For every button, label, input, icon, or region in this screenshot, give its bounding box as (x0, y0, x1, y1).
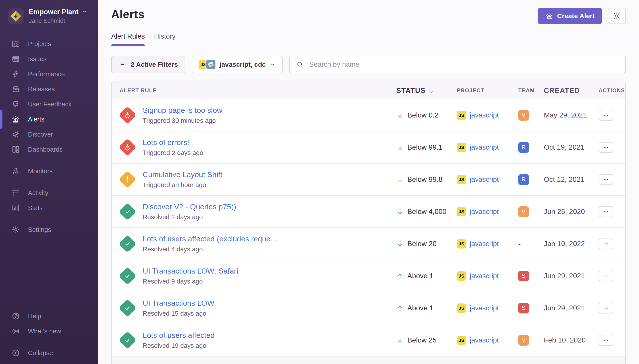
sidebar-item-discover[interactable]: Discover (0, 127, 98, 142)
alerts-icon (12, 115, 20, 124)
alert-rule-meta: Resolved 15 days ago (143, 310, 214, 317)
tab-history[interactable]: History (154, 32, 175, 46)
project-filter-label: javascript, cdc (219, 61, 266, 68)
user-feedback-icon (12, 100, 20, 108)
alert-rule-meta: Triggered 30 minutes ago (143, 117, 222, 124)
ellipsis-icon (603, 273, 609, 279)
flame-icon (123, 143, 132, 152)
alert-status-icon (118, 299, 136, 317)
row-actions-button[interactable] (599, 238, 613, 249)
sidebar-item-label: Collapse (28, 349, 53, 357)
sidebar-item-settings[interactable]: Settings (0, 222, 98, 237)
projects-icon (12, 40, 20, 48)
collapse-icon (12, 349, 20, 357)
alert-rule-link[interactable]: Discover V2 - Queries p75() (143, 202, 236, 211)
sidebar-item-releases[interactable]: Releases (0, 82, 98, 97)
issues-icon (12, 55, 20, 63)
alert-status-icon (118, 202, 136, 221)
sidebar-item-label: Discover (28, 131, 53, 138)
search-box (289, 56, 626, 73)
alert-rules-table: ALERT RULE STATUS PROJECT TEAM CREATED A… (111, 82, 626, 364)
org-switcher[interactable]: Empower Plant Jane Schmidt (8, 8, 98, 24)
settings-button[interactable] (608, 8, 626, 24)
check-icon (123, 207, 132, 216)
search-input[interactable] (309, 60, 619, 69)
org-logo (8, 8, 24, 24)
row-actions-button[interactable] (599, 335, 613, 346)
siren-icon (545, 12, 553, 20)
trend-arrow-icon (396, 272, 404, 280)
project-link[interactable]: javascript (470, 304, 499, 312)
sidebar-item-performance[interactable]: Performance (0, 66, 98, 82)
gear-icon (612, 12, 621, 20)
create-alert-label: Create Alert (557, 12, 595, 20)
sort-descending-icon (428, 88, 434, 93)
alert-rule-link[interactable]: Lots of errors! (143, 138, 203, 147)
created-date: May 29, 2021 (544, 111, 594, 119)
project-link[interactable]: javascript (470, 111, 499, 119)
sidebar-item-projects[interactable]: Projects (0, 36, 98, 52)
sidebar-item-monitors[interactable]: Monitors (0, 164, 98, 179)
team-avatar: R (518, 142, 529, 153)
active-filters-button[interactable]: 2 Active Filters (111, 56, 185, 73)
row-actions-button[interactable] (599, 174, 613, 185)
project-link[interactable]: javascript (470, 240, 499, 248)
team-avatar: V (518, 206, 529, 217)
row-actions-button[interactable] (599, 110, 613, 120)
tab-alert-rules[interactable]: Alert Rules (111, 32, 145, 46)
row-actions-button[interactable] (599, 142, 613, 153)
alert-rule-meta: Triggered an hour ago (143, 181, 222, 189)
project-link[interactable]: javascript (470, 176, 499, 184)
sidebar-item-activity[interactable]: Activity (0, 185, 98, 200)
alert-rule-link[interactable]: Cumulative Layout Shift (143, 170, 222, 179)
created-date: Jun 26, 2020 (544, 208, 594, 216)
activity-icon (12, 189, 20, 197)
created-date: Feb 10, 2020 (544, 336, 594, 344)
ellipsis-icon (603, 176, 609, 183)
alert-rule-link[interactable]: Signup page is too slow (143, 106, 222, 114)
sidebar-item-label: Projects (28, 40, 51, 48)
column-header-alert-rule: ALERT RULE (112, 87, 396, 94)
created-date: Oct 12, 2021 (544, 175, 594, 184)
org-name[interactable]: Empower Plant (29, 8, 79, 16)
sidebar-item-user-feedback[interactable]: User Feedback (0, 97, 98, 112)
trend-arrow-icon (396, 176, 404, 183)
team-avatar: V (518, 335, 529, 346)
sidebar-item-stats[interactable]: Stats (0, 200, 98, 216)
project-filter-dropdown[interactable]: JS javascript, cdc (192, 56, 282, 73)
sidebar-item-label: Alerts (28, 116, 44, 123)
trend-arrow-icon (396, 240, 404, 248)
javascript-platform-icon: JS (457, 239, 466, 248)
performance-icon (12, 70, 20, 78)
table-row: Lots of users affected Resolved 19 days … (112, 324, 625, 356)
sidebar-item-collapse[interactable]: Collapse (0, 346, 98, 360)
sidebar-item-help[interactable]: Help (0, 308, 98, 324)
javascript-platform-icon: JS (457, 175, 466, 184)
sidebar-item-dashboards[interactable]: Dashboards (0, 142, 98, 157)
create-alert-button[interactable]: Create Alert (538, 8, 602, 24)
project-link[interactable]: javascript (470, 272, 499, 280)
alert-rule-link[interactable]: Lots of users affected (143, 331, 215, 340)
chevron-down-icon (82, 9, 87, 15)
project-link[interactable]: javascript (470, 144, 499, 152)
trend-arrow-icon (396, 112, 404, 119)
sidebar-item-issues[interactable]: Issues (0, 52, 98, 66)
row-actions-button[interactable] (599, 271, 613, 281)
dashboards-icon (12, 145, 20, 154)
javascript-platform-icon: JS (457, 207, 466, 216)
project-link[interactable]: javascript (470, 208, 499, 216)
table-row: ! Cumulative Layout Shift Triggered an h… (112, 163, 625, 195)
sidebar-item-alerts[interactable]: Alerts (0, 112, 98, 127)
sidebar-item-what-s-new[interactable]: What's new (0, 324, 98, 339)
created-date: Jun 29, 2021 (544, 272, 594, 280)
trend-arrow-icon (396, 304, 404, 312)
alert-rule-meta: Resolved 2 days ago (143, 214, 236, 221)
status-threshold: Below 4,000 (407, 208, 446, 216)
alert-rule-link[interactable]: UI Transactions LOW (143, 299, 214, 308)
alert-rule-link[interactable]: UI Transactions LOW: Safari (143, 267, 238, 275)
alert-rule-link[interactable]: Lots of users affected (excludes reque… (143, 234, 278, 243)
column-header-status[interactable]: STATUS (396, 86, 457, 95)
row-actions-button[interactable] (599, 303, 613, 314)
project-link[interactable]: javascript (470, 336, 499, 344)
row-actions-button[interactable] (599, 206, 613, 217)
